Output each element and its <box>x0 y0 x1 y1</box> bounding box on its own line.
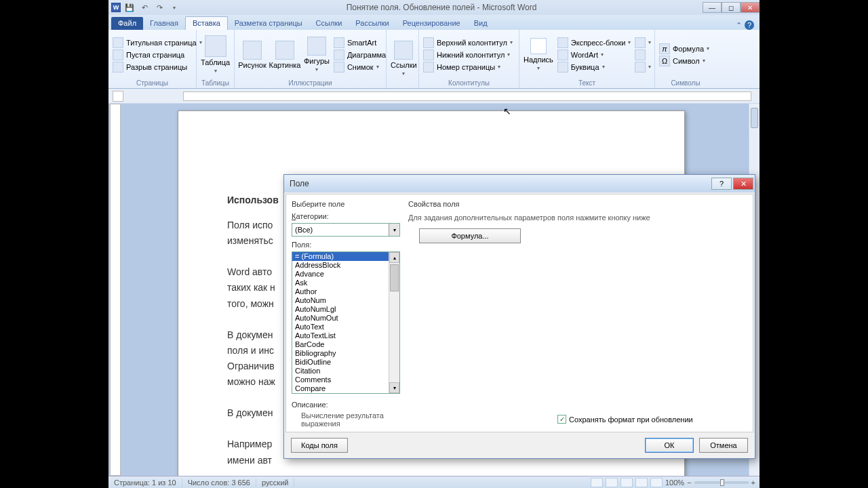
field-dialog: Поле ? ✕ Выберите поле Категории: (Все) … <box>283 174 755 459</box>
textbox-button[interactable]: Надпись▾ <box>522 31 555 78</box>
chart-button[interactable]: Диаграмма <box>332 49 387 61</box>
scroll-down-icon[interactable]: ▾ <box>389 382 399 393</box>
screenshot-button[interactable]: Снимок▾ <box>332 61 387 73</box>
zoom-out-button[interactable]: − <box>687 479 691 487</box>
field-list-item[interactable]: Author <box>292 287 399 296</box>
field-list-item[interactable]: AutoNum <box>292 296 399 305</box>
vertical-ruler[interactable] <box>110 104 121 476</box>
formula-button[interactable]: Формула... <box>419 228 521 243</box>
field-list-item[interactable]: CreateDate <box>292 393 399 394</box>
tab-mailings[interactable]: Рассылки <box>349 17 395 30</box>
tab-layout[interactable]: Разметка страницы <box>228 17 309 30</box>
view-print-layout[interactable] <box>591 478 603 487</box>
categories-combo[interactable]: (Все) ▾ <box>292 223 400 237</box>
status-page[interactable]: Страница: 1 из 10 <box>108 479 182 487</box>
field-list-item[interactable]: BidiOutline <box>292 358 399 367</box>
signature-button[interactable]: ▾ <box>633 37 652 49</box>
tab-review[interactable]: Рецензирование <box>396 17 467 30</box>
group-illustrations-label: Иллюстрации <box>237 78 383 88</box>
field-list-item[interactable]: Compare <box>292 384 399 393</box>
field-list-item[interactable]: AddressBlock <box>292 261 399 270</box>
field-list-item[interactable]: Ask <box>292 279 399 287</box>
dropcap-button[interactable]: Буквица▾ <box>556 61 633 73</box>
horizontal-ruler[interactable] <box>183 92 751 101</box>
dialog-titlebar[interactable]: Поле ? ✕ <box>284 175 755 192</box>
field-list-item[interactable]: Citation <box>292 367 399 375</box>
footer-button[interactable]: Нижний колонтитул▾ <box>422 49 516 61</box>
minimize-button[interactable]: — <box>703 2 722 13</box>
tab-view[interactable]: Вид <box>467 17 494 30</box>
qat-save[interactable]: 💾 <box>123 2 136 13</box>
ruler-area <box>108 89 760 104</box>
categories-label: Категории: <box>292 211 400 223</box>
smartart-button[interactable]: SmartArt <box>332 37 387 49</box>
scroll-up-icon[interactable]: ▴ <box>389 252 399 263</box>
table-button[interactable]: Таблица▾ <box>199 31 231 78</box>
zoom-level[interactable]: 100% <box>665 479 684 487</box>
view-outline[interactable] <box>635 478 648 487</box>
clipart-button[interactable]: Картинка <box>269 31 301 78</box>
zoom-slider[interactable] <box>694 481 749 484</box>
scroll-thumb[interactable] <box>390 264 399 291</box>
qat-redo[interactable]: ↷ <box>153 2 165 13</box>
ok-button[interactable]: ОК <box>645 438 694 453</box>
view-web[interactable] <box>620 478 633 487</box>
combo-arrow-icon[interactable]: ▾ <box>389 224 399 236</box>
qat-customize[interactable]: ▾ <box>168 2 180 13</box>
fields-listbox[interactable]: = (Formula)AddressBlockAdvanceAskAuthorA… <box>292 251 400 394</box>
help-icon[interactable]: ? <box>745 20 754 30</box>
links-button[interactable]: Ссылки▾ <box>389 31 418 85</box>
ribbon-tabs: Файл Главная Вставка Разметка страницы С… <box>108 15 760 30</box>
tab-file[interactable]: Файл <box>111 17 143 30</box>
cover-page-button[interactable]: Титульная страница▾ <box>111 37 193 49</box>
field-list-item[interactable]: = (Formula) <box>292 252 399 261</box>
preserve-format-checkbox[interactable]: ✓ <box>557 415 566 424</box>
tab-references[interactable]: Ссылки <box>309 17 349 30</box>
close-button[interactable]: ✕ <box>741 2 760 13</box>
wordart-button[interactable]: WordArt▾ <box>556 49 633 61</box>
field-list-item[interactable]: BarCode <box>292 340 399 349</box>
header-button[interactable]: Верхний колонтитул▾ <box>422 37 516 49</box>
equation-button[interactable]: πФормула▾ <box>658 43 713 55</box>
group-hf-label: Колонтитулы <box>422 78 516 88</box>
scroll-thumb[interactable] <box>751 108 758 128</box>
description-label: Описание: <box>292 399 400 411</box>
field-list-item[interactable]: Bibliography <box>292 349 399 358</box>
zoom-in-button[interactable]: + <box>751 479 755 487</box>
cancel-button[interactable]: Отмена <box>699 438 748 453</box>
dialog-help-button[interactable]: ? <box>711 178 732 190</box>
group-pages-label: Страницы <box>111 78 193 88</box>
view-fullscreen[interactable] <box>606 478 618 487</box>
maximize-button[interactable]: ◻ <box>722 2 741 13</box>
status-language[interactable]: русский <box>256 479 294 487</box>
field-list-item[interactable]: AutoNumLgl <box>292 305 399 314</box>
blank-page-button[interactable]: Пустая страница <box>111 49 193 61</box>
dialog-title: Поле <box>290 179 309 188</box>
field-list-item[interactable]: AutoText <box>292 323 399 331</box>
listbox-scrollbar[interactable]: ▴ ▾ <box>389 252 399 393</box>
field-list-item[interactable]: Advance <box>292 270 399 279</box>
symbol-button[interactable]: ΩСимвол▾ <box>658 55 713 67</box>
tab-insert[interactable]: Вставка <box>185 16 228 30</box>
view-draft[interactable] <box>650 478 663 487</box>
ribbon-minimize-icon[interactable]: ⌃ <box>736 21 742 30</box>
field-list-item[interactable]: AutoTextList <box>292 331 399 340</box>
tab-home[interactable]: Главная <box>143 17 185 30</box>
page-number-button[interactable]: Номер страницы▾ <box>422 61 516 73</box>
quickparts-button[interactable]: Экспресс-блоки▾ <box>556 37 633 49</box>
tab-selector[interactable] <box>113 91 123 102</box>
choose-field-label: Выберите поле <box>292 199 400 211</box>
dialog-close-button[interactable]: ✕ <box>733 178 753 190</box>
field-codes-button[interactable]: Коды поля <box>291 438 348 453</box>
field-list-item[interactable]: AutoNumOut <box>292 314 399 323</box>
field-list-item[interactable]: Comments <box>292 375 399 384</box>
picture-button[interactable]: Рисунок <box>237 31 267 78</box>
object-button[interactable]: ▾ <box>633 61 652 73</box>
datetime-button[interactable] <box>633 49 652 61</box>
shapes-button[interactable]: Фигуры▾ <box>302 31 331 78</box>
status-words[interactable]: Число слов: 3 656 <box>182 479 256 487</box>
qat-undo[interactable]: ↶ <box>138 2 151 13</box>
fields-label: Поля: <box>292 237 400 251</box>
group-links-label <box>389 85 416 88</box>
page-break-button[interactable]: Разрыв страницы <box>111 61 193 73</box>
